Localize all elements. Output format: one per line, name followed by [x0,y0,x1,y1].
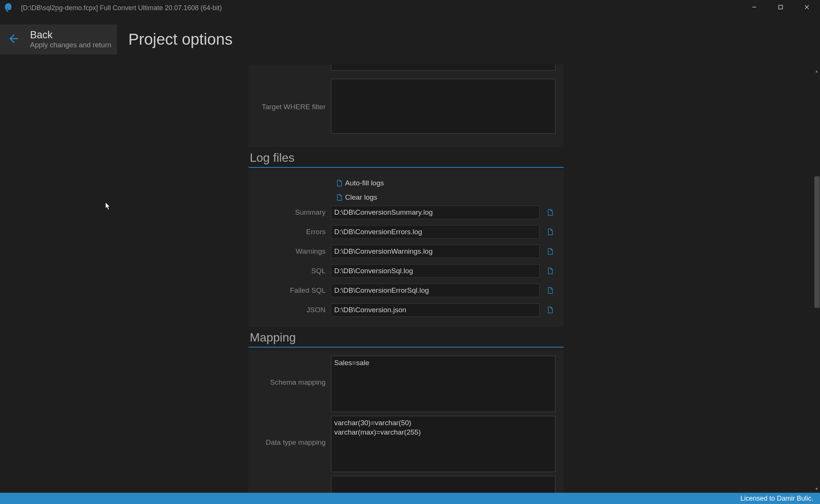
autofill-logs-label: Auto-fill logs [345,179,384,187]
mapping-header: Mapping [248,329,564,348]
summary-browse-button[interactable] [545,207,555,218]
window-title: [D:\DB\sql2pg-demo.fcpx] Full Convert Ul… [21,4,222,12]
back-button[interactable]: Back Apply changes and return [0,24,117,54]
scrollbar[interactable]: ▲ ▼ [813,68,820,492]
errors-browse-button[interactable] [545,227,555,237]
scroll-down-arrow-icon[interactable]: ▼ [813,485,820,492]
datatype-mapping-label: Data type mapping [254,416,331,447]
clear-logs-label: Clear logs [345,193,378,202]
target-where-filter-textarea[interactable] [331,79,555,134]
schema-mapping-label: Schema mapping [254,356,331,387]
datatype-mapping-textarea[interactable] [331,416,555,472]
close-button[interactable] [794,0,820,14]
page-title: Project options [128,30,233,48]
warnings-input[interactable] [331,245,540,258]
maximize-button[interactable] [767,0,794,14]
sql-browse-button[interactable] [545,266,555,276]
failed-sql-label: Failed SQL [254,286,331,295]
titlebar: [D:\DB\sql2pg-demo.fcpx] Full Convert Ul… [0,0,820,16]
warnings-browse-button[interactable] [545,246,555,257]
target-where-filter-label: Target WHERE filter [254,79,331,111]
scroll-marker [815,240,818,244]
back-arrow-icon [8,32,20,47]
clear-logs-button[interactable]: Clear logs [336,193,378,202]
document-icon [336,194,342,201]
content-area: Target WHERE filter Log files Auto-fill … [0,65,812,493]
source-where-filter-textarea[interactable] [331,65,555,71]
statusbar: Licensed to Damir Bulic. [0,493,820,504]
header-area: Back Apply changes and return Project op… [0,16,820,63]
defaults-mapping-label: Defaults mapping [254,476,331,493]
failed-sql-input[interactable] [331,284,540,297]
app-logo [2,1,16,15]
sql-label: SQL [254,267,331,275]
warnings-label: Warnings [254,247,331,256]
svg-rect-1 [779,5,782,9]
defaults-mapping-textarea[interactable] [331,476,555,493]
json-input[interactable] [331,303,540,317]
schema-mapping-textarea[interactable] [331,356,555,412]
errors-label: Errors [254,228,331,236]
log-files-header: Log files [248,149,564,168]
summary-label: Summary [254,208,331,217]
failed-sql-browse-button[interactable] [545,285,555,296]
minimize-button[interactable] [741,0,767,14]
back-subtitle: Apply changes and return [30,41,111,49]
sql-input[interactable] [331,264,540,278]
document-icon [336,180,342,187]
json-label: JSON [254,306,331,314]
errors-input[interactable] [331,225,540,239]
scroll-up-arrow-icon[interactable]: ▲ [813,68,820,74]
back-title: Back [30,30,111,41]
license-text: Licensed to Damir Bulic. [740,495,813,502]
json-browse-button[interactable] [545,305,555,315]
autofill-logs-button[interactable]: Auto-fill logs [336,179,384,187]
summary-input[interactable] [331,206,540,219]
